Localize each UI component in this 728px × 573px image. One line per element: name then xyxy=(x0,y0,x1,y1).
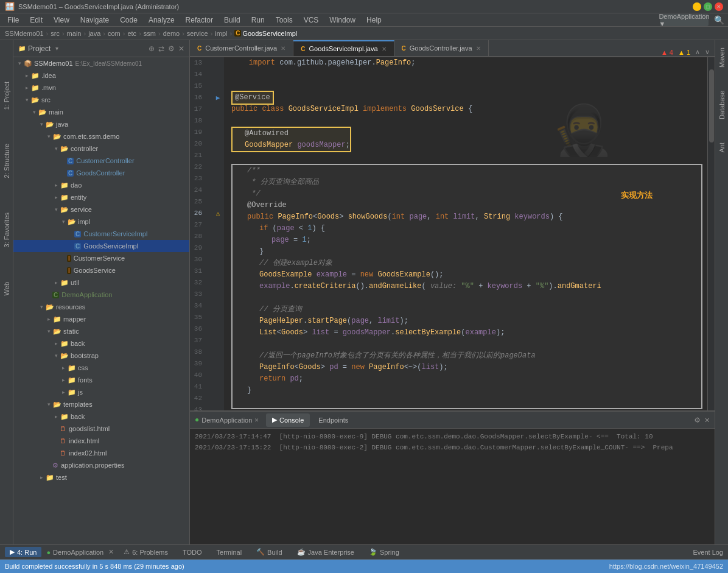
terminal-tab[interactable]: Terminal xyxy=(212,547,247,557)
sidebar-item-favorites[interactable]: 3: Favorites xyxy=(2,208,12,252)
tree-node-controller[interactable]: ▾ 📂 controller xyxy=(13,142,189,155)
tree-node-back2[interactable]: ▸ 📁 back xyxy=(13,410,189,423)
search-everywhere-button[interactable]: 🔍 xyxy=(712,14,726,26)
tree-node-templates[interactable]: ▾ 📂 templates xyxy=(13,398,189,410)
bc-java[interactable]: java xyxy=(88,30,100,37)
project-close-icon[interactable]: ✕ xyxy=(178,44,184,53)
menu-tools[interactable]: Tools xyxy=(271,15,298,26)
bc-ssm[interactable]: ssm xyxy=(144,30,156,37)
minimize-button[interactable]: – xyxy=(693,2,701,11)
warn-gutter-icon[interactable]: ⚠ xyxy=(216,209,220,217)
scrollbar-thumb[interactable] xyxy=(709,69,714,142)
sidebar-item-structure[interactable]: 2: Structure xyxy=(2,139,12,183)
run-gutter-icon[interactable]: ▶ xyxy=(216,94,220,102)
bc-impl[interactable]: impl xyxy=(215,30,227,37)
run-config-dropdown[interactable]: DemoApplication ▼ xyxy=(660,14,709,26)
tab-goods-service-impl[interactable]: C GoodsServiceImpl.java ✕ xyxy=(293,40,394,56)
project-settings-icon[interactable]: ⚙ xyxy=(168,44,175,53)
tree-node-dao[interactable]: ▸ 📁 dao xyxy=(13,179,189,191)
run-app-close[interactable]: ✕ xyxy=(254,416,259,424)
tree-node-back1[interactable]: ▸ 📁 back xyxy=(13,337,189,350)
tree-node-src[interactable]: ▾ 📂 src xyxy=(13,94,189,106)
tree-node-fonts[interactable]: ▸ 📁 fonts xyxy=(13,374,189,386)
maximize-button[interactable]: □ xyxy=(704,2,712,11)
menu-vcs[interactable]: VCS xyxy=(299,15,324,26)
tree-node-js[interactable]: ▸ 📁 js xyxy=(13,386,189,398)
tree-node-impl[interactable]: ▾ 📂 impl xyxy=(13,216,189,228)
console-close-icon[interactable]: ✕ xyxy=(705,415,710,425)
menu-navigate[interactable]: Navigate xyxy=(75,15,114,26)
project-add-icon[interactable]: ⊕ xyxy=(149,44,155,53)
nav-down-icon[interactable]: ∨ xyxy=(705,48,710,56)
tree-node-appprops[interactable]: ⚙ application.properties xyxy=(13,459,189,471)
tree-node-java[interactable]: ▾ 📂 java xyxy=(13,118,189,130)
tree-node-root[interactable]: ▾ 📦 SSMdemo01 E:\Ex_Idea\SSMdemo01 xyxy=(13,57,189,69)
menu-help[interactable]: Help xyxy=(362,15,387,26)
tree-node-gsi[interactable]: C GoodsServiceImpl xyxy=(13,240,189,252)
menu-run[interactable]: Run xyxy=(247,15,270,26)
tab-close-gsi[interactable]: ✕ xyxy=(382,46,387,52)
run-button[interactable]: ▶ 4: Run xyxy=(5,547,41,557)
tree-node-goodslist[interactable]: 🗒 goodslist.html xyxy=(13,423,189,435)
vertical-scrollbar[interactable] xyxy=(707,57,715,410)
database-tab[interactable]: Database xyxy=(717,86,727,124)
tree-node-csi[interactable]: C CustomerServiceImpl xyxy=(13,228,189,240)
bc-src[interactable]: src xyxy=(51,30,60,37)
tree-node-index02[interactable]: 🗒 index02.html xyxy=(13,447,189,459)
tab-console[interactable]: ▶ Console xyxy=(266,413,310,427)
gl-16[interactable]: ▶ xyxy=(212,92,224,104)
problems-tab[interactable]: ⚠ 6: Problems xyxy=(119,547,173,557)
tab-endpoints[interactable]: Endpoints xyxy=(312,413,354,427)
tree-node-static[interactable]: ▾ 📂 static xyxy=(13,325,189,337)
code-editor[interactable]: 13 14 15 16 17 18 19 20 21 22 23 24 xyxy=(190,57,715,410)
bc-ssmdemo01[interactable]: SSMdemo01 xyxy=(5,30,44,37)
menu-refactor[interactable]: Refactor xyxy=(181,15,218,26)
maven-tab[interactable]: Maven xyxy=(717,43,727,72)
bc-demo[interactable]: demo xyxy=(163,30,180,37)
tree-node-package[interactable]: ▾ 📂 com.etc.ssm.demo xyxy=(13,130,189,142)
tree-node-mvn[interactable]: ▸ 📁 .mvn xyxy=(13,82,189,94)
bc-service[interactable]: service xyxy=(187,30,208,37)
tree-node-customer-controller[interactable]: C CustomerController xyxy=(13,155,189,167)
build-tab[interactable]: 🔨 Build xyxy=(251,547,287,557)
tree-node-mapper[interactable]: ▸ 📁 mapper xyxy=(13,313,189,325)
menu-code[interactable]: Code xyxy=(115,15,142,26)
menu-view[interactable]: View xyxy=(49,15,74,26)
tree-node-entity[interactable]: ▸ 📁 entity xyxy=(13,191,189,203)
java-enterprise-tab[interactable]: ☕ Java Enterprise xyxy=(292,547,359,557)
tab-goods-controller[interactable]: C GoodsController.java ✕ xyxy=(394,40,489,56)
bc-main[interactable]: main xyxy=(67,30,82,37)
menu-window[interactable]: Window xyxy=(324,15,360,26)
tree-node-idea[interactable]: ▸ 📁 .idea xyxy=(13,69,189,82)
tree-node-service[interactable]: ▾ 📂 service xyxy=(13,203,189,216)
todo-tab[interactable]: TODO xyxy=(178,547,207,557)
tab-close-cc[interactable]: ✕ xyxy=(281,45,285,52)
tree-node-css[interactable]: ▸ 📁 css xyxy=(13,362,189,374)
tree-node-gs[interactable]: I GoodsService xyxy=(13,264,189,276)
tab-close-gc2[interactable]: ✕ xyxy=(476,45,481,52)
spring-tab[interactable]: 🍃 Spring xyxy=(364,547,404,557)
app-run-close[interactable]: ✕ xyxy=(108,548,114,556)
menu-file[interactable]: File xyxy=(2,15,24,26)
menu-edit[interactable]: Edit xyxy=(25,15,47,26)
project-sync-icon[interactable]: ⇄ xyxy=(158,44,164,53)
tab-customer-controller[interactable]: C CustomerController.java ✕ xyxy=(190,40,293,56)
tree-node-test[interactable]: ▸ 📁 test xyxy=(13,471,189,483)
tree-node-main[interactable]: ▾ 📂 main xyxy=(13,106,189,118)
console-settings-icon[interactable]: ⚙ xyxy=(695,415,699,425)
tree-node-cs[interactable]: I CustomerService xyxy=(13,252,189,264)
bc-com[interactable]: com xyxy=(108,30,121,37)
event-log-link[interactable]: Event Log xyxy=(693,549,723,556)
tree-node-demo-app[interactable]: C DemoApplication xyxy=(13,289,189,301)
sidebar-item-project[interactable]: 1: Project xyxy=(2,77,12,114)
ant-tab[interactable]: Ant xyxy=(717,138,727,158)
tree-node-resources[interactable]: ▾ 📂 resources xyxy=(13,301,189,313)
tree-node-index[interactable]: 🗒 index.html xyxy=(13,435,189,447)
nav-up-icon[interactable]: ∧ xyxy=(695,48,700,56)
menu-analyze[interactable]: Analyze xyxy=(144,15,180,26)
bc-etc[interactable]: etc xyxy=(127,30,136,37)
gl-26[interactable]: ⚠ xyxy=(212,208,224,219)
menu-build[interactable]: Build xyxy=(219,15,245,26)
sidebar-item-web[interactable]: Web xyxy=(2,277,12,300)
tree-node-bootstrap[interactable]: ▾ 📂 bootstrap xyxy=(13,350,189,362)
